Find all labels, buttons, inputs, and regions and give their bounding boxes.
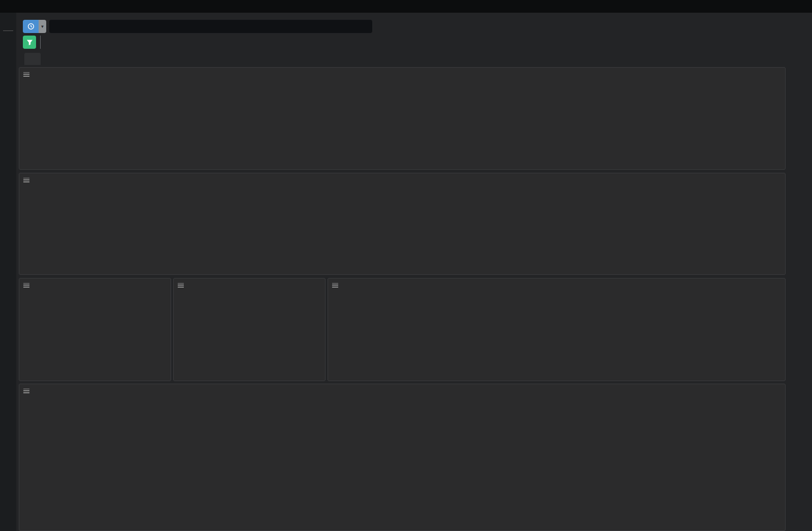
firewall-heatmap[interactable] bbox=[19, 384, 785, 530]
widget-desktop-storage bbox=[19, 278, 171, 381]
sidebar-divider bbox=[3, 30, 13, 31]
vm-storage-chart[interactable] bbox=[328, 278, 785, 381]
graylog-dashboard: ▼ bbox=[0, 0, 812, 531]
drag-handle-icon[interactable] bbox=[23, 389, 29, 393]
chevron-down-icon[interactable]: ▼ bbox=[39, 20, 46, 33]
filter-button[interactable] bbox=[23, 36, 36, 49]
widget-filter-input[interactable] bbox=[40, 36, 349, 49]
drag-handle-icon[interactable] bbox=[23, 178, 29, 182]
widget-header bbox=[174, 278, 325, 292]
dashboard-tabs bbox=[20, 53, 812, 67]
cpu-usage-chart[interactable] bbox=[19, 68, 785, 169]
widget-header bbox=[19, 278, 171, 292]
widget-header bbox=[328, 278, 785, 292]
top-navbar bbox=[0, 0, 812, 13]
drag-handle-icon[interactable] bbox=[23, 283, 29, 288]
tab-summary[interactable] bbox=[24, 53, 41, 65]
drag-handle-icon[interactable] bbox=[178, 283, 184, 288]
widget-so-storage bbox=[173, 278, 326, 381]
widget-cpu-usage bbox=[19, 67, 786, 170]
dashboard-sidebar bbox=[0, 13, 16, 531]
widget-firewall-actions bbox=[19, 384, 786, 531]
clock-icon[interactable] bbox=[23, 20, 39, 33]
so-storage-chart[interactable] bbox=[174, 278, 325, 381]
drag-handle-icon[interactable] bbox=[23, 72, 29, 77]
timerange-button[interactable]: ▼ bbox=[23, 20, 46, 33]
desktop-storage-chart[interactable] bbox=[19, 278, 171, 381]
widget-header bbox=[19, 68, 785, 81]
widget-header bbox=[19, 384, 785, 397]
widget-vm-storage bbox=[328, 278, 786, 381]
memory-usage-chart[interactable] bbox=[19, 173, 785, 274]
widget-header bbox=[19, 173, 785, 186]
timerange-input[interactable] bbox=[49, 20, 372, 33]
widget-memory-usage bbox=[19, 173, 786, 275]
drag-handle-icon[interactable] bbox=[332, 283, 338, 288]
funnel-icon bbox=[26, 39, 33, 46]
